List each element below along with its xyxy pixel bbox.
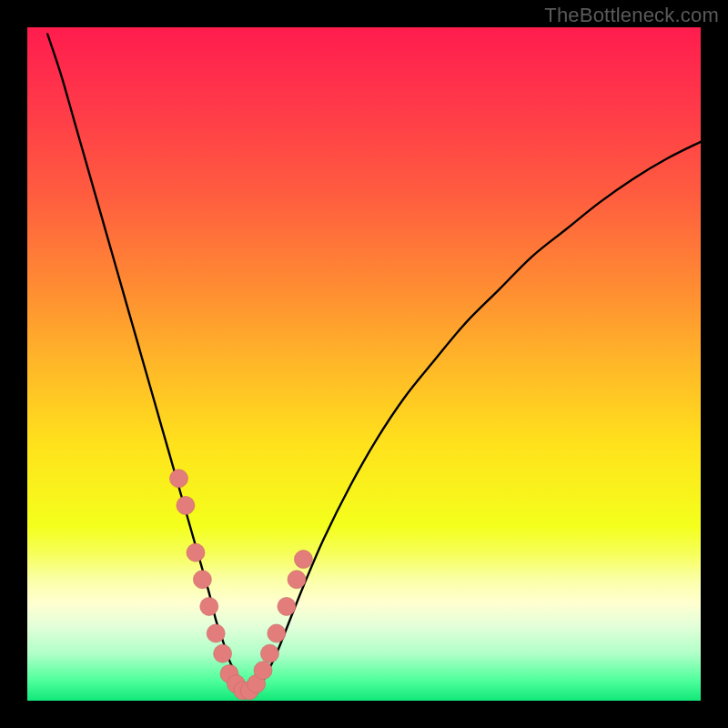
marker-dot bbox=[268, 624, 286, 642]
chart-svg bbox=[27, 27, 701, 701]
marker-dot bbox=[288, 571, 306, 589]
marker-dot bbox=[294, 551, 312, 569]
marker-dot bbox=[187, 543, 205, 561]
plot-area bbox=[27, 27, 701, 701]
marker-dot bbox=[278, 597, 296, 615]
watermark-label: TheBottleneck.com bbox=[544, 4, 719, 27]
marker-dot bbox=[177, 496, 195, 514]
marker-dot bbox=[200, 597, 218, 615]
marker-dot bbox=[214, 644, 232, 662]
marker-points-group bbox=[170, 470, 313, 700]
marker-dot bbox=[207, 624, 225, 642]
marker-dot bbox=[260, 644, 278, 662]
marker-dot bbox=[170, 470, 188, 488]
chart-stage: TheBottleneck.com bbox=[0, 0, 728, 728]
bottleneck-curve bbox=[47, 34, 701, 692]
marker-dot bbox=[193, 571, 211, 589]
marker-dot bbox=[254, 662, 272, 680]
